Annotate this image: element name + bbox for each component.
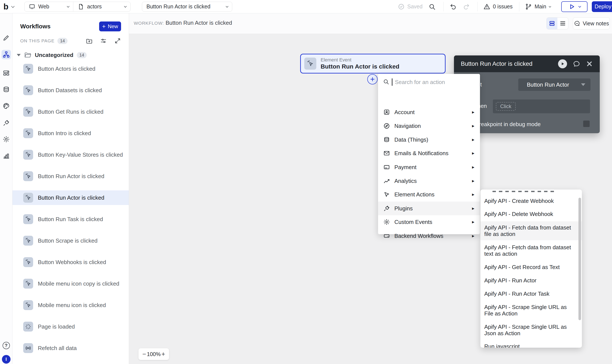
workflow-list-item[interactable]: Mobile menu icon copy is clicked: [13, 276, 129, 291]
menu-item-navigation[interactable]: Navigation ▸: [378, 119, 480, 133]
file-icon: [78, 3, 84, 10]
saved-label: Saved: [407, 3, 423, 10]
submenu-arrow-icon: ▸: [472, 137, 474, 143]
cursor-click-icon: [23, 193, 33, 203]
submenu-item[interactable]: Apify API - Delete Webhook: [480, 207, 582, 221]
workflow-list-item[interactable]: Button Key-Value Stores is clicked: [13, 147, 129, 162]
divider: [443, 2, 444, 11]
workflows-panel: Workflows + New ON THIS PAGE 14: [13, 13, 129, 364]
deploy-button[interactable]: Deploy: [592, 1, 612, 12]
menu-item-plugins[interactable]: Plugins ▸: [378, 202, 480, 215]
submenu-item[interactable]: Apify API - Fetch data from dataset text…: [480, 242, 582, 259]
run-when-input[interactable]: Click: [493, 100, 590, 113]
action-search-row[interactable]: [378, 74, 480, 90]
envelope-icon: [383, 150, 390, 157]
workflow-canvas[interactable]: WORKFLOW: Button Run Actor is clicked Vi…: [129, 13, 612, 364]
list-view-button[interactable]: [557, 18, 568, 29]
submenu-item[interactable]: Apify API - Scrape Single URL as File as…: [480, 302, 582, 318]
menu-item-element-actions[interactable]: Element Actions ▸: [378, 188, 480, 201]
rail-item-logs[interactable]: [1, 151, 11, 160]
workflow-list-item[interactable]: Button Run Task is clicked: [13, 212, 129, 226]
element-dropdown[interactable]: Button Run Actor: [518, 78, 590, 91]
cards-view-button[interactable]: [547, 18, 557, 29]
gear-icon: [383, 219, 390, 225]
submenu-item[interactable]: Apify API - Run Actor: [480, 274, 582, 287]
rail-item-components[interactable]: [1, 68, 11, 78]
breakpoint-checkbox[interactable]: [583, 120, 590, 127]
view-notes-button[interactable]: View notes: [573, 17, 610, 29]
workflow-selector-label: Button Run Actor is clicked: [146, 3, 210, 10]
workflow-selector-dropdown[interactable]: Button Run Actor is clicked: [142, 2, 232, 12]
workflow-list-item[interactable]: Button Intro is clicked: [13, 126, 129, 141]
avatar: I: [2, 355, 11, 364]
cursor-click-icon: [23, 279, 33, 289]
workflow-list-item[interactable]: Page is loaded: [13, 319, 129, 334]
cursor-click-icon: [23, 257, 33, 267]
workflow-list-item[interactable]: Button Run Actor is clicked: [13, 169, 129, 183]
rail-item-styles[interactable]: [1, 101, 11, 111]
user-avatar[interactable]: I: [1, 354, 11, 364]
help-button[interactable]: ?: [1, 341, 11, 350]
submenu-item[interactable]: Apify API - Get Record as Text: [480, 260, 582, 274]
submenu-item[interactable]: Apify API - Run Actor Task: [480, 287, 582, 300]
menu-item-payment[interactable]: Payment ▸: [378, 160, 480, 174]
action-search-input[interactable]: [395, 79, 468, 86]
page-dropdown[interactable]: actors: [73, 2, 130, 11]
submenu-item[interactable]: Apify API - Scrape Single URL as Json as…: [480, 322, 582, 338]
palette-icon: [3, 102, 10, 110]
menu-item-data-things[interactable]: Data (Things) ▸: [378, 133, 480, 146]
issues-indicator[interactable]: 0 issues: [483, 3, 513, 10]
search-button[interactable]: [428, 3, 436, 10]
rail-item-design[interactable]: [1, 33, 11, 42]
zoom-out-button[interactable]: −: [142, 351, 146, 357]
submenu-item-highlighted[interactable]: Apify API - Fetch data from dataset file…: [480, 221, 582, 240]
text-caret: [392, 78, 392, 86]
divider: [519, 2, 519, 11]
submenu-arrow-icon: ▸: [472, 178, 474, 184]
workflow-list-item-selected[interactable]: Button Run Actor is clicked: [13, 190, 129, 205]
menu-item-account[interactable]: Account ▸: [378, 105, 480, 119]
properties-header[interactable]: Button Run Actor is clicked: [454, 55, 600, 72]
submenu-item[interactable]: Run javascript: [480, 340, 582, 348]
workflow-list-item[interactable]: Refetch all data: [13, 341, 129, 355]
submenu-arrow-icon: ▸: [472, 109, 474, 115]
environment-dropdown[interactable]: Web: [25, 2, 73, 11]
cursor-click-icon: [23, 85, 33, 95]
menu-item-analytics[interactable]: Analytics ▸: [378, 174, 480, 188]
submenu-item[interactable]: Apify API - Create Webhook: [480, 194, 582, 208]
redo-button[interactable]: [463, 3, 470, 10]
rail-item-plugins[interactable]: [1, 118, 11, 128]
scrollbar-thumb[interactable]: [578, 198, 581, 320]
menu-item-emails[interactable]: Emails & Notifications ▸: [378, 146, 480, 160]
issues-label: 0 issues: [493, 3, 513, 10]
workflow-list-item[interactable]: Button Actors is clicked: [13, 62, 129, 76]
rail-item-data[interactable]: [1, 85, 11, 94]
compass-icon: [383, 122, 390, 129]
workflow-node-event[interactable]: Element Event Button Run Actor is clicke…: [300, 54, 446, 74]
submenu-arrow-icon: ▸: [472, 164, 474, 170]
menu-item-backend-workflows[interactable]: Backend Workflows ▸: [378, 229, 480, 243]
workflow-list-item[interactable]: Button Scrape is clicked: [13, 233, 129, 248]
zoom-in-button[interactable]: +: [161, 351, 165, 357]
comment-button[interactable]: [573, 60, 580, 68]
bubble-logo-menu[interactable]: b: [3, 3, 14, 11]
undo-button[interactable]: [450, 3, 457, 10]
add-action-button[interactable]: +: [367, 74, 378, 84]
workflow-list-item[interactable]: Button Datasets is clicked: [13, 83, 129, 98]
rail-item-settings[interactable]: [1, 134, 11, 144]
rail-item-workflows[interactable]: [1, 50, 11, 59]
workflow-list-item[interactable]: Mobile menu icon is clicked: [13, 298, 129, 312]
menu-item-custom-events[interactable]: Custom Events ▸: [378, 215, 480, 229]
preview-split-button[interactable]: [561, 1, 587, 12]
workflow-list-item[interactable]: Button Webhooks is clicked: [13, 255, 129, 270]
node-title: Button Run Actor is clicked: [321, 63, 399, 70]
chart-line-icon: [383, 178, 390, 184]
submenu-arrow-icon: ▸: [472, 150, 474, 156]
run-button[interactable]: [558, 59, 567, 68]
branch-selector[interactable]: Main: [525, 3, 550, 10]
properties-title: Button Run Actor is clicked: [461, 60, 532, 67]
workflow-list-item[interactable]: Button Get Runs is clicked: [13, 104, 129, 119]
database-icon: [383, 136, 390, 143]
submenu-arrow-icon: ▸: [472, 233, 474, 239]
close-button[interactable]: [586, 60, 593, 67]
